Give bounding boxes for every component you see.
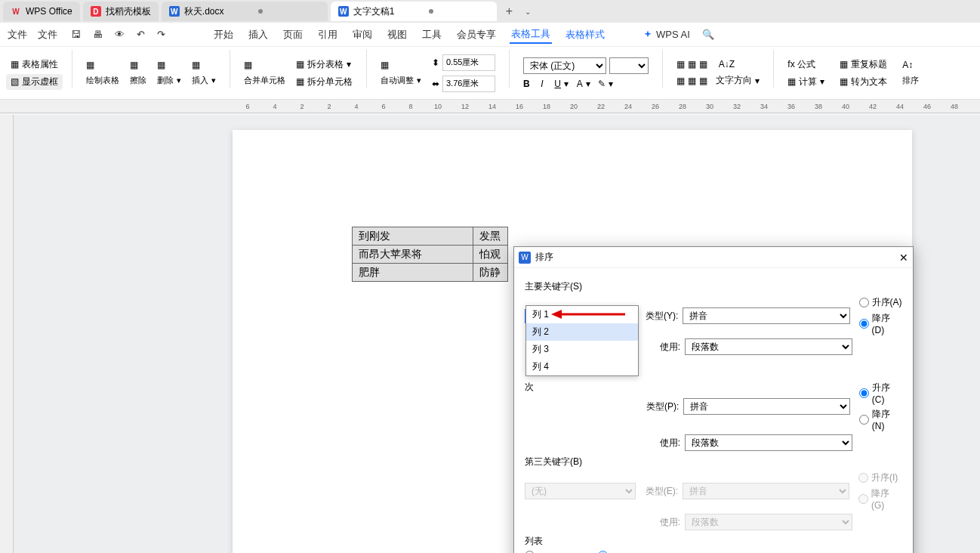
width-input[interactable] <box>442 76 495 92</box>
label: 自动调整 ▾ <box>376 73 426 88</box>
delete-button[interactable]: ▦ <box>153 58 186 72</box>
table-cell[interactable]: 到刚发 <box>353 227 473 246</box>
menu-view[interactable]: 视图 <box>386 26 408 43</box>
repeat-header-button[interactable]: ▦重复标题 <box>835 57 892 73</box>
menu-page[interactable]: 页面 <box>282 26 304 43</box>
text-direction-button[interactable]: 文字方向 <box>716 74 752 87</box>
table-cell[interactable]: 怕观 <box>473 246 508 264</box>
secondary-order-radios: 升序(C) 降序(N) <box>859 382 902 431</box>
split-table-button[interactable]: ▦拆分表格 ▾ <box>291 57 357 73</box>
pencil-icon: ▦ <box>86 60 94 70</box>
merge-cells-button[interactable]: ▦ <box>239 58 290 72</box>
menu-insert[interactable]: 插入 <box>247 26 270 43</box>
autofit-button[interactable]: ▦ <box>376 58 426 72</box>
tab-doc-current[interactable]: W 文字文稿1 <box>331 2 497 21</box>
qat-undo-icon[interactable]: ↶ <box>137 29 145 40</box>
bold-button[interactable]: B <box>523 79 530 89</box>
search-icon[interactable]: 🔍 <box>702 29 714 40</box>
font-color-button[interactable]: A <box>577 79 583 89</box>
font-size-select[interactable] <box>609 57 649 74</box>
label: 转为文本 <box>851 76 887 88</box>
divider <box>230 50 230 88</box>
qat-print-icon[interactable]: 🖶 <box>93 29 103 40</box>
menu-file[interactable]: 文件 <box>6 26 29 43</box>
to-text-icon: ▦ <box>840 76 848 87</box>
col-width-control[interactable]: ⬌ <box>427 74 500 94</box>
tab-doc-autumn[interactable]: W 秋天.docx <box>162 2 328 21</box>
align-mr-button[interactable]: ▦ <box>699 76 707 86</box>
tab-menu-caret[interactable]: ⌄ <box>522 8 534 16</box>
split-cells-button[interactable]: ▦拆分单元格 <box>291 74 357 90</box>
secondary-type-select[interactable]: 拼音 <box>683 398 849 415</box>
label: 拆分表格 <box>307 58 344 71</box>
dropdown-item-col3[interactable]: 列 3 <box>526 341 638 358</box>
formula-button[interactable]: fx 公式 <box>783 57 829 73</box>
menu-tool[interactable]: 工具 <box>421 26 443 43</box>
desc-radio[interactable]: 降序(D) <box>859 312 902 335</box>
insert-button[interactable]: ▦ <box>187 58 220 72</box>
italic-button[interactable]: I <box>541 79 543 89</box>
menu-ref[interactable]: 引用 <box>316 26 339 43</box>
menu-file-label[interactable]: 文件 <box>36 26 59 43</box>
draw-table-button[interactable]: ▦ <box>82 58 124 72</box>
calc-button[interactable]: ▦计算 ▾ <box>783 74 829 90</box>
dialog-titlebar: W 排序 ✕ <box>514 247 913 268</box>
desc-radio[interactable]: 降序(N) <box>859 408 902 431</box>
table-cell[interactable]: 而昂大苹果将 <box>353 246 473 264</box>
tab-wps-office[interactable]: W WPS Office <box>3 2 80 21</box>
menu-table-tool[interactable]: 表格工具 <box>510 26 552 44</box>
show-virtual-border-button[interactable]: ▧显示虚框 <box>6 74 63 90</box>
table-cell[interactable]: 肥胖 <box>353 264 473 282</box>
word-doc-icon: W <box>338 6 349 17</box>
height-input[interactable] <box>442 54 495 71</box>
align-tl-button[interactable]: ▦ <box>676 59 685 70</box>
content-table[interactable]: 到刚发 发黑 而昂大苹果将 怕观 肥胖 防静 <box>352 227 508 282</box>
new-tab-button[interactable]: + <box>500 5 519 18</box>
group-sort: A↕排序 <box>898 50 923 96</box>
tab-templates[interactable]: D 找稻壳模板 <box>83 2 159 21</box>
primary-use-select[interactable]: 段落数 <box>685 338 852 355</box>
ruler-tick: 40 <box>832 103 859 110</box>
table-properties-button[interactable]: ▦表格属性 <box>6 57 63 73</box>
underline-button[interactable]: U <box>554 79 561 89</box>
asc-radio[interactable]: 升序(C) <box>859 382 902 405</box>
dropdown-item-col4[interactable]: 列 4 <box>526 358 638 375</box>
ruler-tick: 6 <box>370 103 397 110</box>
sort-button[interactable]: A↕ <box>898 58 923 72</box>
erase-button[interactable]: ▦ <box>125 58 151 72</box>
close-button[interactable]: ✕ <box>899 252 908 264</box>
menu-start[interactable]: 开始 <box>212 26 235 43</box>
table-row[interactable]: 而昂大苹果将 怕观 <box>353 246 508 264</box>
qat-save-icon[interactable]: 🖫 <box>71 29 81 40</box>
align-tr-button[interactable]: ▦ <box>699 59 707 70</box>
ruler-tick: 30 <box>696 103 723 110</box>
table-cell[interactable]: 发黑 <box>473 227 508 246</box>
to-text-button[interactable]: ▦转为文本 <box>835 74 892 90</box>
qat-preview-icon[interactable]: 👁 <box>115 29 125 40</box>
qat-redo-icon[interactable]: ↷ <box>157 29 165 40</box>
split-table-icon: ▦ <box>296 59 304 70</box>
asc-radio[interactable]: 升序(A) <box>859 296 902 309</box>
menu-review[interactable]: 审阅 <box>351 26 374 43</box>
highlight-button[interactable]: ✎ <box>598 79 606 89</box>
menu-member[interactable]: 会员专享 <box>455 26 498 43</box>
sort-za-icon[interactable]: A↓Z <box>719 59 735 70</box>
row-height-control[interactable]: ⬍ <box>427 53 500 73</box>
table-cell[interactable]: 防静 <box>473 264 508 282</box>
secondary-use-select[interactable]: 段落数 <box>685 434 852 451</box>
wps-ai-button[interactable]: WPS AI <box>643 29 690 40</box>
font-family-select[interactable]: 宋体 (正文) <box>523 57 606 74</box>
align-mc-button[interactable]: ▦ <box>688 76 696 86</box>
align-ml-button[interactable]: ▦ <box>676 76 685 86</box>
table-row[interactable]: 肥胖 防静 <box>353 264 508 282</box>
primary-type-select[interactable]: 拼音 <box>683 307 849 324</box>
divider <box>509 50 510 88</box>
label: 删除 ▾ <box>153 73 186 88</box>
dropdown-item-col2[interactable]: 列 2 <box>526 323 638 341</box>
dropdown-item-col1[interactable]: 列 1 <box>526 306 638 323</box>
table-row[interactable]: 到刚发 发黑 <box>353 227 508 246</box>
word-doc-icon: W <box>169 6 180 17</box>
align-tc-button[interactable]: ▦ <box>688 59 696 70</box>
ruler-tick: 28 <box>669 103 696 110</box>
menu-table-style[interactable]: 表格样式 <box>564 26 606 43</box>
